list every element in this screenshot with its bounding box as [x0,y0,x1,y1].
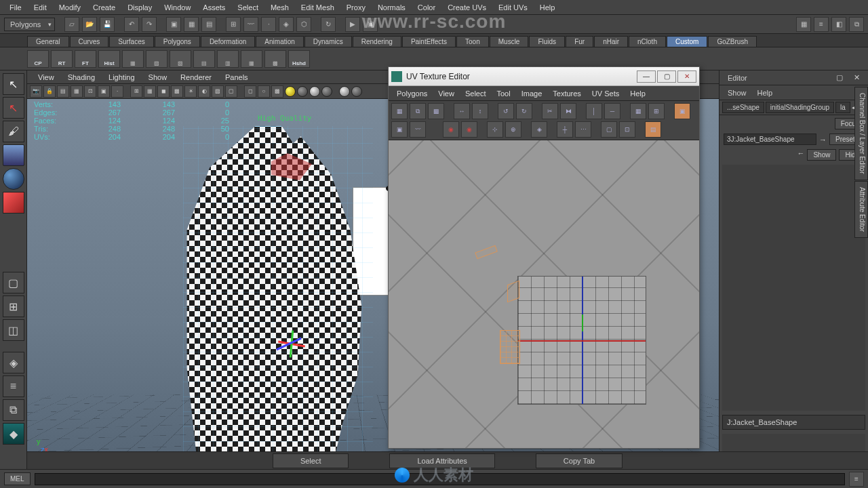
camera-lock-icon[interactable]: 🔒 [43,85,56,98]
new-scene-icon[interactable]: ▱ [64,17,79,32]
minimize-button[interactable]: — [637,70,656,83]
uv-snapshot-icon[interactable]: ▣ [674,103,690,119]
layout-persp-icon[interactable]: ◈ [3,352,24,373]
uv-texture-editor-window[interactable]: UV Texture Editor — ▢ ✕ Polygons View Se… [388,66,700,449]
mel-label[interactable]: MEL [4,472,31,485]
select-hier-icon[interactable]: ▦ [184,17,199,32]
copy-tab-button[interactable]: Copy Tab [536,453,623,468]
field-icon[interactable]: · [111,85,123,98]
shelf-tab-ncloth[interactable]: nCloth [629,36,666,47]
menu-createuvs[interactable]: Create UVs [442,2,492,13]
uv-viewport[interactable] [389,140,699,448]
shaded-icon[interactable]: ◼ [157,85,170,98]
shelf-tool-icon[interactable]: ▨ [146,50,167,68]
uv-flip-v-icon[interactable]: ↕ [472,103,488,119]
move-tool-icon[interactable] [3,144,24,166]
uv-menu-textures[interactable]: Textures [547,88,587,99]
material-preview-icon[interactable] [351,86,362,97]
menu-edit[interactable]: Edit [28,2,52,13]
shelf-cp-button[interactable]: CP [27,50,49,68]
uv-move-sew-icon[interactable]: ⧉ [410,103,426,119]
render-icon[interactable]: ▶ [345,17,360,32]
shelf-tab-gozbrush[interactable]: GoZBrush [708,36,757,47]
shelf-tool-icon[interactable]: ▦ [241,50,262,68]
uv-cycle-icon[interactable]: ◉ [461,121,477,138]
poly-cube-icon[interactable]: ◻ [244,85,256,98]
snap-plane-icon[interactable]: ◈ [279,17,294,32]
shelf-hist-button[interactable]: Hist [98,50,120,68]
attribute-editor-tab[interactable]: Attribute Editor [854,181,868,238]
menu-create[interactable]: Create [87,2,121,13]
menu-mesh[interactable]: Mesh [265,2,294,13]
shelf-tool-icon[interactable]: ▥ [217,50,239,68]
snap-grid-icon[interactable]: ⊞ [226,17,241,32]
shelf-tab-rendering[interactable]: Rendering [353,36,401,47]
material-preview-icon[interactable] [285,86,296,97]
shelf-tab-animation[interactable]: Animation [256,36,303,47]
select-mask-icon[interactable]: ▣ [166,17,181,32]
material-preview-icon[interactable] [297,86,308,97]
shelf-tool-icon[interactable]: ▩ [264,50,286,68]
shelf-tab-polygons[interactable]: Polygons [155,36,200,47]
shelf-tab-custom[interactable]: Custom [667,36,707,47]
menu-select[interactable]: Select [232,2,264,13]
poly-sphere-icon[interactable]: ○ [258,85,270,98]
uv-straighten-icon[interactable]: ┼ [557,121,573,138]
lasso-tool-icon[interactable]: ↖ [3,97,24,119]
uv-rotate-cw-icon[interactable]: ↻ [516,103,532,119]
layout-graph-icon[interactable]: ⧉ [3,399,24,421]
uv-unfold-icon[interactable]: ▩ [428,103,444,119]
menu-window[interactable]: Window [159,2,196,13]
shelf-tab-muscle[interactable]: Muscle [490,36,529,47]
layout-four-icon[interactable]: ⊞ [3,296,24,317]
scale-tool-icon[interactable] [3,192,24,214]
uv-titlebar[interactable]: UV Texture Editor — ▢ ✕ [389,67,699,86]
uv-distribute-icon[interactable]: ⋯ [575,121,591,138]
jacket-mesh[interactable] [183,126,373,469]
uv-menu-help[interactable]: Help [625,88,651,99]
layout-single-icon[interactable]: ▢ [3,272,24,293]
shelf-tabs[interactable]: General Curves Surfaces Polygons Deforma… [0,34,868,47]
menu-display[interactable]: Display [122,2,157,13]
bookmark-icon[interactable]: ▤ [57,85,69,98]
ipr-icon[interactable]: ▣ [363,17,378,32]
uv-frame-icon[interactable]: ▢ [601,121,617,138]
paint-select-tool-icon[interactable]: 🖌 [3,121,24,142]
layout-two-icon[interactable]: ◫ [3,319,24,341]
menu-proxy[interactable]: Proxy [341,2,371,13]
uv-sew-icon[interactable]: ⧓ [560,103,576,119]
material-preview-icon[interactable] [321,86,332,97]
ae-node-tabs[interactable]: ...seShape initialShadingGroup la ◀ ▶ [719,100,868,115]
uv-lattice-icon[interactable]: ▦ [391,103,408,119]
shelf-tool-icon[interactable]: ▧ [170,50,191,68]
node-name-field[interactable] [724,134,816,145]
ae-menu-show[interactable]: Show [722,87,752,98]
show-button[interactable]: Show [807,149,836,161]
layout-outliner-icon[interactable]: ≡ [3,375,24,397]
res-gate-icon[interactable]: ▣ [98,85,110,98]
textured-icon[interactable]: ▩ [171,85,183,98]
ae-tab[interactable]: la [835,102,850,113]
uv-image-icon[interactable]: ▤ [645,121,661,138]
menu-edituvs[interactable]: Edit UVs [493,2,533,13]
shelf-tab-curves[interactable]: Curves [70,36,109,47]
load-attributes-button[interactable]: Load Attributes [389,453,494,468]
shelf-tab-deformation[interactable]: Deformation [201,36,255,47]
ae-tab[interactable]: ...seShape [722,102,764,113]
uv-merge-icon[interactable]: ⊕ [505,121,521,138]
ae-menu-help[interactable]: Help [752,87,778,98]
save-scene-icon[interactable]: 💾 [100,17,115,32]
mel-input[interactable] [35,473,845,485]
menu-file[interactable]: File [4,2,27,13]
snap-live-icon[interactable]: ⬡ [296,17,311,32]
material-preview-icon[interactable] [339,86,350,97]
shadows-icon[interactable]: ◐ [198,85,210,98]
menu-normals[interactable]: Normals [372,2,411,13]
ae-attributes-area[interactable] [722,165,865,411]
menu-set-dropdown[interactable]: Polygons [4,18,55,31]
uv-menu-image[interactable]: Image [516,88,548,99]
script-editor-icon[interactable]: ≡ [849,472,864,487]
model-panel-icon[interactable]: ▦ [796,17,811,32]
shelf-tab-general[interactable]: General [27,36,69,47]
uv-align-v-icon[interactable]: ─ [604,103,620,119]
